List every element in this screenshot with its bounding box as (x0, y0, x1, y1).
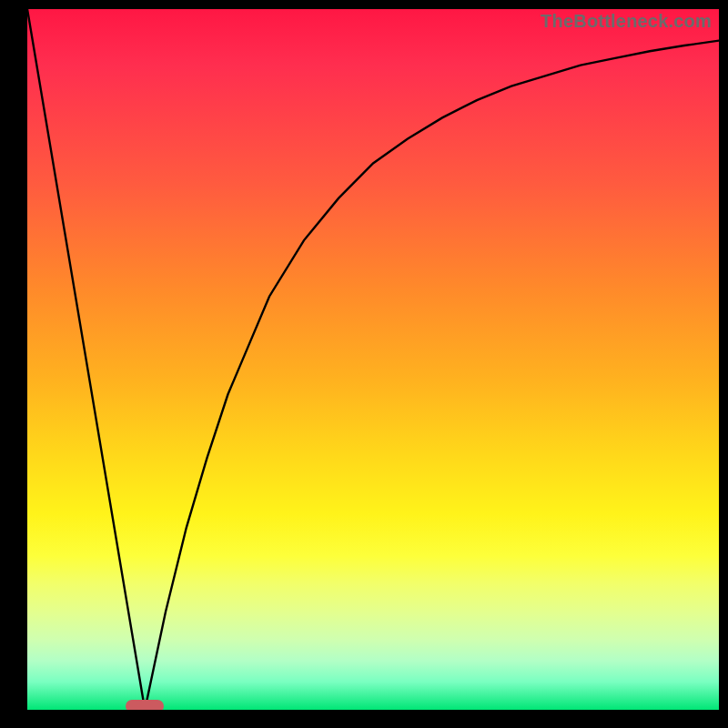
plot-area: TheBottleneck.com (27, 9, 719, 710)
bottleneck-curve (27, 9, 719, 710)
chart-frame: TheBottleneck.com (0, 0, 728, 728)
optimal-point-marker (126, 700, 164, 710)
curve-path (27, 9, 719, 710)
